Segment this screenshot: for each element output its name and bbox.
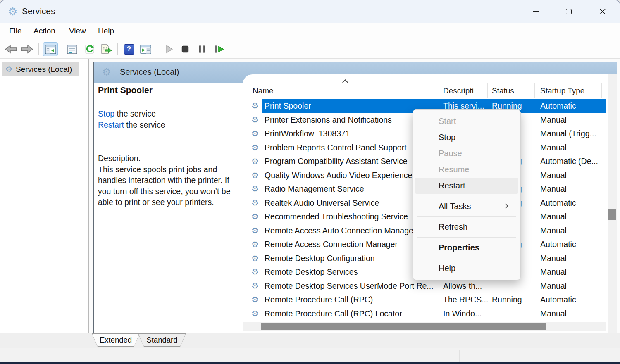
service-status-cell: Running	[492, 293, 522, 307]
service-name-cell: Remote Access Connection Manager	[265, 238, 398, 252]
horizontal-scrollbar-thumb[interactable]	[261, 323, 546, 330]
window-title: Services	[22, 6, 55, 16]
close-button[interactable]	[593, 4, 612, 19]
stop-service-button[interactable]	[178, 42, 193, 56]
service-startup-cell: Automatic	[540, 293, 576, 307]
context-menu-item-pause: Pause	[415, 145, 518, 162]
description-label: Description:	[98, 153, 241, 164]
menu-bar: File Action View Help	[0, 23, 620, 40]
service-startup-cell: Manual	[540, 141, 567, 155]
service-gear-icon: ⚙	[251, 171, 259, 179]
minimize-button[interactable]	[526, 4, 545, 19]
toolbar-separator	[117, 43, 118, 55]
service-name-cell: Realtek Audio Universal Service	[265, 196, 379, 210]
context-menu: StartStopPauseResumeRestartAll TasksRefr…	[413, 109, 521, 280]
export-list-icon	[100, 44, 112, 54]
app-gear-icon: ⚙	[8, 6, 17, 17]
service-startup-cell: Manual (Trigg...	[540, 127, 596, 141]
list-header: Name Descripti... Status Startup Type	[243, 74, 606, 99]
service-startup-cell: Automatic	[540, 238, 576, 252]
restart-service-button[interactable]	[212, 42, 227, 56]
service-startup-cell: Manual	[540, 265, 567, 279]
console-tree-pane: ⚙ Services (Local)	[0, 59, 89, 347]
minimize-icon	[533, 11, 539, 12]
sidebar-item-services-local[interactable]: ⚙ Services (Local)	[2, 62, 79, 76]
menu-view[interactable]: View	[69, 26, 86, 36]
menu-action[interactable]: Action	[33, 26, 55, 36]
context-menu-item-help[interactable]: Help	[415, 260, 518, 276]
refresh-icon	[84, 44, 95, 54]
maximize-icon	[566, 9, 572, 14]
service-row[interactable]: ⚙ Remote Procedure Call (RPC) The RPCS..…	[243, 293, 606, 307]
context-menu-item-restart[interactable]: Restart	[415, 178, 518, 194]
submenu-arrow-icon	[503, 203, 508, 209]
stop-service-suffix: the service	[114, 109, 156, 118]
context-menu-item-properties[interactable]: Properties	[415, 240, 518, 256]
service-gear-icon: ⚙	[251, 240, 259, 248]
forward-icon	[20, 45, 33, 54]
menu-help[interactable]: Help	[98, 26, 114, 36]
service-row[interactable]: ⚙ Remote Desktop Services UserMode Port …	[243, 279, 606, 293]
action-pane-icon	[140, 45, 151, 54]
service-startup-cell: Manual	[540, 113, 567, 127]
context-menu-item-all-tasks[interactable]: All Tasks	[415, 198, 518, 214]
context-menu-separator	[417, 196, 516, 196]
context-menu-item-refresh[interactable]: Refresh	[415, 219, 518, 235]
restart-icon	[214, 45, 224, 53]
sort-ascending-icon	[342, 79, 348, 85]
start-service-button[interactable]	[162, 42, 176, 56]
properties-button[interactable]	[64, 42, 79, 56]
service-gear-icon: ⚙	[251, 268, 259, 276]
back-button[interactable]	[4, 42, 19, 56]
service-gear-icon: ⚙	[251, 226, 259, 235]
service-gear-icon: ⚙	[251, 116, 259, 124]
service-gear-icon: ⚙	[251, 254, 259, 262]
service-startup-cell: Manual	[540, 307, 567, 321]
service-startup-cell: Manual	[540, 182, 567, 196]
refresh-button[interactable]	[82, 42, 97, 56]
start-icon	[165, 45, 173, 54]
service-row[interactable]: ⚙ Remote Procedure Call (RPC) Locator In…	[243, 307, 606, 321]
properties-icon	[67, 45, 78, 54]
show-action-pane-button[interactable]	[138, 42, 153, 56]
vertical-scrollbar[interactable]	[608, 74, 617, 333]
service-startup-cell: Automatic	[540, 99, 576, 113]
service-startup-cell: Manual	[540, 210, 567, 224]
service-name-cell: Recommended Troubleshooting Service	[265, 210, 408, 224]
band-gear-icon: ⚙	[102, 67, 111, 77]
column-header-status[interactable]: Status	[492, 84, 514, 98]
pause-service-button[interactable]	[194, 42, 209, 56]
maximize-button[interactable]	[559, 4, 578, 19]
restart-service-line: Restart the service	[98, 119, 165, 131]
show-console-tree-button[interactable]	[43, 42, 58, 56]
export-list-button[interactable]	[99, 42, 114, 56]
service-gear-icon: ⚙	[251, 157, 259, 165]
menu-file[interactable]: File	[9, 26, 22, 36]
stop-service-line: Stop the service	[98, 108, 165, 119]
tab-extended[interactable]: Extended	[92, 333, 140, 347]
column-divider	[438, 83, 438, 98]
bottom-area: Extended Standard	[0, 333, 620, 362]
service-gear-icon: ⚙	[251, 129, 259, 138]
service-name-cell: Print Spooler	[265, 99, 311, 113]
service-name-cell: Printer Extensions and Notifications	[265, 113, 392, 127]
context-menu-separator	[417, 258, 516, 258]
forward-button[interactable]	[19, 42, 34, 56]
restart-service-link[interactable]: Restart	[98, 120, 124, 129]
service-name-cell: Problem Reports Control Panel Support	[265, 141, 407, 155]
back-icon	[5, 45, 18, 54]
context-menu-item-stop[interactable]: Stop	[415, 129, 518, 145]
help-button[interactable]: ?	[122, 42, 136, 56]
service-name-cell: Remote Desktop Configuration	[265, 252, 375, 266]
tab-standard[interactable]: Standard	[138, 333, 186, 347]
horizontal-scrollbar[interactable]	[243, 322, 606, 331]
column-header-startup-type[interactable]: Startup Type	[540, 84, 584, 98]
column-header-description[interactable]: Descripti...	[443, 84, 480, 98]
stop-service-link[interactable]: Stop	[98, 109, 114, 118]
service-gear-icon: ⚙	[251, 143, 259, 152]
vertical-scrollbar-thumb[interactable]	[608, 209, 616, 220]
service-gear-icon: ⚙	[251, 282, 259, 290]
services-gear-icon: ⚙	[5, 65, 12, 73]
column-header-name[interactable]: Name	[253, 84, 274, 98]
services-window: ⚙ Services File Action View Help	[0, 0, 620, 364]
